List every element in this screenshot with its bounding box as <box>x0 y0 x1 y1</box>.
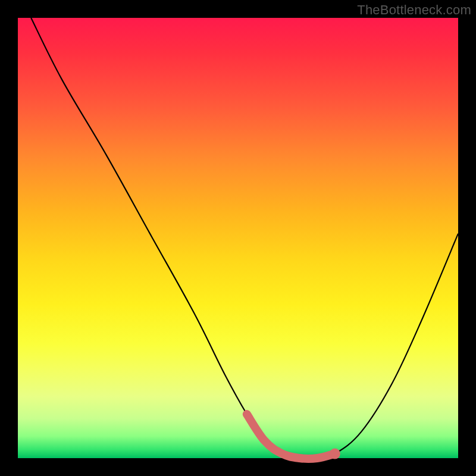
chart-plot-area <box>18 18 458 458</box>
chart-frame: TheBottleneck.com <box>0 0 476 476</box>
bottleneck-curve <box>18 18 458 458</box>
curve-line <box>31 18 458 459</box>
curve-highlight <box>247 414 335 459</box>
highlight-dot-icon <box>330 449 340 459</box>
watermark-text: TheBottleneck.com <box>357 2 471 18</box>
